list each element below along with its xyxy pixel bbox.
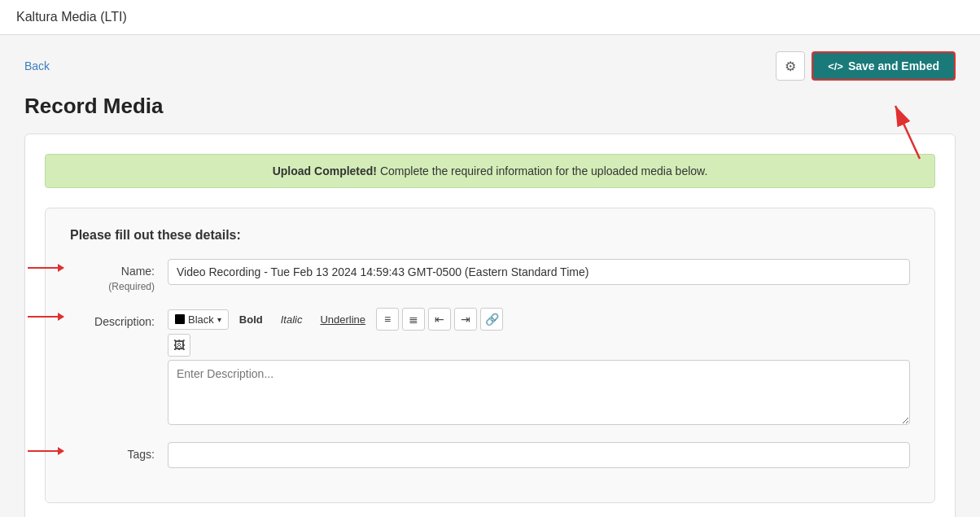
underline-button[interactable]: Underline xyxy=(313,309,373,330)
list-ordered-icon: ≣ xyxy=(409,313,418,326)
link-icon: 🔗 xyxy=(485,313,499,326)
app-title: Kaltura Media (LTI) xyxy=(16,10,127,24)
description-form-row: Description: Black ▾ Bold Ital xyxy=(70,308,910,427)
description-textarea[interactable] xyxy=(168,360,910,425)
indent-increase-button[interactable]: ⇥ xyxy=(454,308,477,331)
tags-input[interactable] xyxy=(168,442,910,468)
chevron-down-icon: ▾ xyxy=(217,315,221,324)
gear-icon: ⚙ xyxy=(785,59,796,74)
form-card-title: Please fill out these details: xyxy=(70,228,910,243)
gear-button[interactable]: ⚙ xyxy=(776,51,805,81)
main-content: Back ⚙ </> Save and Embed Record Media U… xyxy=(0,35,980,517)
form-card: Please fill out these details: Name: (Re… xyxy=(45,208,935,503)
tags-input-area xyxy=(168,442,910,468)
app-title-bar: Kaltura Media (LTI) xyxy=(0,0,980,35)
image-button[interactable]: 🖼 xyxy=(168,334,190,357)
color-dropdown[interactable]: Black ▾ xyxy=(168,309,229,330)
tags-label: Tags: xyxy=(70,442,168,463)
image-icon: 🖼 xyxy=(173,339,185,352)
color-swatch xyxy=(175,314,185,324)
required-note: (Required) xyxy=(70,280,155,294)
page-title: Record Media xyxy=(24,94,956,119)
description-label: Description: xyxy=(70,308,168,331)
ordered-list-button[interactable]: ≣ xyxy=(402,308,425,331)
name-input[interactable] xyxy=(168,259,910,285)
bold-button[interactable]: Bold xyxy=(232,309,270,330)
save-embed-label: Save and Embed xyxy=(848,59,939,72)
unordered-list-button[interactable]: ≡ xyxy=(376,308,399,331)
tags-form-row: Tags: xyxy=(70,442,910,468)
indent-increase-icon: ⇥ xyxy=(461,313,470,326)
tags-arrow-annotation xyxy=(28,450,63,452)
code-icon: </> xyxy=(828,60,843,72)
success-banner: Upload Completed! Complete the required … xyxy=(45,154,935,188)
name-form-row: Name: (Required) xyxy=(70,259,910,293)
description-toolbar: Black ▾ Bold Italic Underline ≡ ≣ xyxy=(168,308,910,331)
toolbar-icon-row: 🖼 xyxy=(168,334,910,357)
color-label: Black xyxy=(188,313,214,326)
header-actions: ⚙ </> Save and Embed xyxy=(776,51,956,81)
banner-bold: Upload Completed! xyxy=(273,164,377,177)
italic-button[interactable]: Italic xyxy=(273,309,310,330)
desc-arrow-annotation xyxy=(28,316,63,318)
indent-decrease-icon: ⇤ xyxy=(435,313,444,326)
back-link[interactable]: Back xyxy=(24,59,50,72)
banner-message: Complete the required information for th… xyxy=(377,164,707,177)
list-unordered-icon: ≡ xyxy=(384,313,391,326)
header-row: Back ⚙ </> Save and Embed xyxy=(24,51,956,81)
name-input-area xyxy=(168,259,910,285)
link-button[interactable]: 🔗 xyxy=(480,308,503,331)
save-embed-button[interactable]: </> Save and Embed xyxy=(812,51,956,81)
name-label: Name: (Required) xyxy=(70,259,168,293)
indent-decrease-button[interactable]: ⇤ xyxy=(428,308,451,331)
description-input-area: Black ▾ Bold Italic Underline ≡ ≣ xyxy=(168,308,910,427)
name-arrow-annotation xyxy=(28,267,63,269)
outer-card: Upload Completed! Complete the required … xyxy=(24,134,956,517)
